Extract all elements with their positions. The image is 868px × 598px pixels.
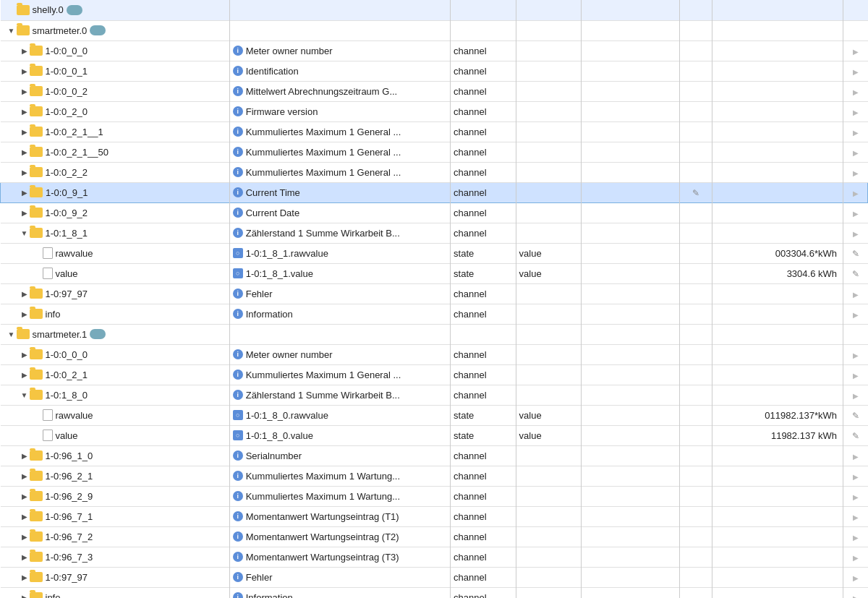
edit-right-cell[interactable]: ✎ bbox=[843, 263, 868, 283]
expand-right-icon[interactable]: ▶ bbox=[853, 108, 859, 116]
edit-right-cell[interactable]: ▶ bbox=[843, 364, 868, 385]
tree-toggle-icon[interactable]: ▼ bbox=[7, 27, 17, 35]
edit-right-cell[interactable]: ✎ bbox=[843, 425, 868, 445]
tree-toggle-icon[interactable]: ▶ bbox=[20, 472, 30, 480]
edit-right-icon[interactable]: ✎ bbox=[852, 431, 859, 441]
expand-right-icon[interactable]: ▶ bbox=[853, 210, 859, 218]
table-row[interactable]: ▶1-0:96_1_0iSerialnumberchannel▶ bbox=[1, 445, 868, 466]
edit-right-cell[interactable]: ▶ bbox=[843, 304, 868, 324]
tree-toggle-icon[interactable]: ▶ bbox=[20, 492, 30, 500]
table-row[interactable]: value○1-0:1_8_0.valuestatevalue11982.137… bbox=[1, 425, 868, 445]
tree-toggle-icon[interactable]: ▼ bbox=[7, 330, 17, 338]
edit-right-cell[interactable]: ▶ bbox=[843, 61, 868, 81]
table-row[interactable]: ▶infoiInformationchannel▶ bbox=[1, 304, 868, 324]
tree-toggle-icon[interactable]: ▶ bbox=[20, 209, 30, 217]
edit-right-cell[interactable]: ▶ bbox=[843, 587, 868, 598]
expand-right-icon[interactable]: ▶ bbox=[853, 554, 859, 562]
table-row[interactable]: ▶1-0:0_2_1__1iKummuliertes Maximum 1 Gen… bbox=[1, 121, 868, 142]
tree-toggle-icon[interactable]: ▶ bbox=[20, 351, 30, 359]
expand-right-icon[interactable]: ▶ bbox=[853, 372, 859, 380]
table-row[interactable]: ▶1-0:0_2_2iKummuliertes Maximum 1 Genera… bbox=[1, 162, 868, 182]
tree-toggle-icon[interactable]: ▶ bbox=[20, 47, 30, 55]
tree-toggle-icon[interactable]: ▶ bbox=[20, 452, 30, 460]
table-row[interactable]: ▶1-0:0_0_1iIdentificationchannel▶ bbox=[1, 61, 868, 81]
table-row[interactable]: ▶1-0:0_2_1iKummuliertes Maximum 1 Genera… bbox=[1, 364, 868, 385]
edit-right-cell[interactable]: ▶ bbox=[843, 466, 868, 486]
table-row[interactable]: ▶1-0:0_2_0iFirmware versionchannel▶ bbox=[1, 101, 868, 121]
expand-right-icon[interactable]: ▶ bbox=[853, 594, 859, 599]
expand-right-icon[interactable]: ▶ bbox=[853, 169, 859, 177]
edit-right-cell[interactable]: ▶ bbox=[843, 283, 868, 304]
tree-toggle-icon[interactable]: ▶ bbox=[20, 553, 30, 561]
edit-right-cell[interactable]: ▶ bbox=[843, 385, 868, 405]
edit-right-cell[interactable]: ✎ bbox=[843, 243, 868, 263]
table-row[interactable]: ▼smartmeter.0 bbox=[1, 20, 868, 40]
expand-right-icon[interactable]: ▶ bbox=[853, 230, 859, 238]
table-row[interactable]: ▶1-0:0_9_2iCurrent Datechannel▶ bbox=[1, 202, 868, 223]
edit-right-cell[interactable]: ▶ bbox=[843, 526, 868, 547]
edit-right-cell[interactable]: ▶ bbox=[843, 40, 868, 61]
expand-right-icon[interactable]: ▶ bbox=[853, 189, 859, 197]
expand-right-icon[interactable]: ▶ bbox=[853, 574, 859, 582]
table-row[interactable]: ▶1-0:97_97iFehlerchannel▶ bbox=[1, 567, 868, 587]
edit-right-cell[interactable]: ▶ bbox=[843, 547, 868, 567]
edit-right-icon[interactable]: ✎ bbox=[852, 411, 859, 421]
table-row[interactable]: ▶1-0:97_97iFehlerchannel▶ bbox=[1, 283, 868, 304]
edit-right-cell[interactable]: ▶ bbox=[843, 486, 868, 506]
edit-right-cell[interactable]: ▶ bbox=[843, 182, 868, 202]
table-row[interactable]: ▶1-0:96_7_2iMomentanwert Wartungseintrag… bbox=[1, 526, 868, 547]
tree-toggle-icon[interactable]: ▶ bbox=[20, 533, 30, 541]
expand-right-icon[interactable]: ▶ bbox=[853, 311, 859, 319]
expand-right-icon[interactable]: ▶ bbox=[853, 48, 859, 56]
tree-toggle-icon[interactable]: ▶ bbox=[20, 168, 30, 176]
table-row[interactable]: rawvalue○1-0:1_8_1.rawvaluestatevalue003… bbox=[1, 243, 868, 263]
table-row[interactable]: ▶1-0:96_2_9iKummuliertes Maximum 1 Wartu… bbox=[1, 486, 868, 506]
table-row[interactable]: ▶1-0:96_2_1iKummuliertes Maximum 1 Wartu… bbox=[1, 466, 868, 486]
tree-toggle-icon[interactable]: ▼ bbox=[20, 229, 30, 237]
tree-toggle-icon[interactable]: ▶ bbox=[20, 310, 30, 318]
tree-toggle-icon[interactable]: ▶ bbox=[20, 148, 30, 156]
expand-right-icon[interactable]: ▶ bbox=[853, 473, 859, 481]
table-row[interactable]: ▼1-0:1_8_1iZählerstand 1 Summe Wirkarbei… bbox=[1, 223, 868, 243]
expand-right-icon[interactable]: ▶ bbox=[853, 493, 859, 501]
table-row[interactable]: shelly.0 bbox=[1, 0, 868, 20]
tree-toggle-icon[interactable]: ▶ bbox=[20, 573, 30, 581]
table-row[interactable]: ▼smartmeter.1 bbox=[1, 324, 868, 344]
edit-right-cell[interactable]: ▶ bbox=[843, 121, 868, 142]
expand-right-icon[interactable]: ▶ bbox=[853, 68, 859, 76]
edit-right-cell[interactable]: ▶ bbox=[843, 142, 868, 162]
edit-right-cell[interactable]: ▶ bbox=[843, 202, 868, 223]
tree-toggle-icon[interactable]: ▶ bbox=[20, 108, 30, 116]
edit-right-cell[interactable]: ▶ bbox=[843, 445, 868, 466]
table-row[interactable]: ▶infoiInformationchannel▶ bbox=[1, 587, 868, 598]
edit-right-icon[interactable]: ✎ bbox=[852, 269, 859, 279]
table-row[interactable]: ▶1-0:0_0_2iMittelwert Abrechnungszeitrau… bbox=[1, 81, 868, 101]
tree-toggle-icon[interactable]: ▶ bbox=[20, 513, 30, 521]
expand-right-icon[interactable]: ▶ bbox=[853, 392, 859, 400]
expand-right-icon[interactable]: ▶ bbox=[853, 291, 859, 299]
expand-right-icon[interactable]: ▶ bbox=[853, 453, 859, 461]
table-row[interactable]: rawvalue○1-0:1_8_0.rawvaluestatevalue011… bbox=[1, 405, 868, 425]
edit-icon[interactable]: ✎ bbox=[692, 188, 699, 198]
expand-right-icon[interactable]: ▶ bbox=[853, 534, 859, 542]
edit-right-cell[interactable]: ▶ bbox=[843, 101, 868, 121]
tree-toggle-icon[interactable]: ▶ bbox=[20, 371, 30, 379]
tree-toggle-icon[interactable]: ▼ bbox=[20, 391, 30, 399]
edit-right-cell[interactable]: ▶ bbox=[843, 81, 868, 101]
tree-toggle-icon[interactable]: ▶ bbox=[20, 128, 30, 136]
tree-toggle-icon[interactable]: ▶ bbox=[20, 290, 30, 298]
edit-right-cell[interactable]: ▶ bbox=[843, 344, 868, 364]
edit-right-cell[interactable]: ▶ bbox=[843, 506, 868, 526]
tree-toggle-icon[interactable]: ▶ bbox=[20, 189, 30, 197]
edit-right-icon[interactable]: ✎ bbox=[852, 249, 859, 259]
table-row[interactable]: ▶1-0:96_7_1iMomentanwert Wartungseintrag… bbox=[1, 506, 868, 526]
table-row[interactable]: ▶1-0:0_0_0iMeter owner numberchannel▶ bbox=[1, 344, 868, 364]
edit-cell[interactable]: ✎ bbox=[679, 182, 712, 202]
expand-right-icon[interactable]: ▶ bbox=[853, 129, 859, 137]
table-row[interactable]: ▶1-0:0_2_1__50iKummuliertes Maximum 1 Ge… bbox=[1, 142, 868, 162]
table-row[interactable]: ▼1-0:1_8_0iZählerstand 1 Summe Wirkarbei… bbox=[1, 385, 868, 405]
edit-right-cell[interactable]: ▶ bbox=[843, 162, 868, 182]
table-row[interactable]: ▶1-0:96_7_3iMomentanwert Wartungseintrag… bbox=[1, 547, 868, 567]
table-row[interactable]: ▶1-0:0_9_1iCurrent Timechannel✎▶ bbox=[1, 182, 868, 202]
table-row[interactable]: ▶1-0:0_0_0iMeter owner numberchannel▶ bbox=[1, 40, 868, 61]
